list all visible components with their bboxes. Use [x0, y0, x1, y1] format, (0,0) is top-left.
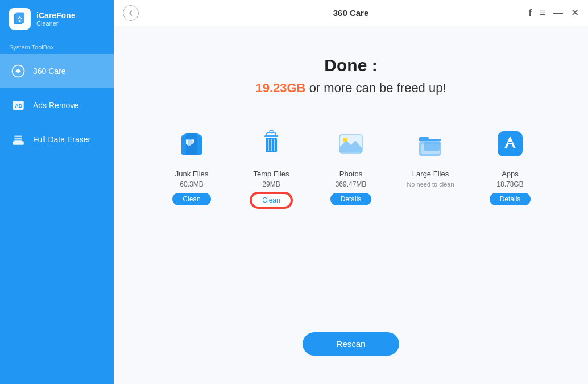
done-section: Done : 19.23GB or more can be freed up!	[114, 26, 588, 107]
svg-rect-7	[15, 136, 22, 142]
sidebar-item-360care[interactable]: 360 Care	[0, 54, 114, 88]
junk-size: 60.3MB	[180, 180, 203, 188]
junk-files-icon	[172, 124, 212, 164]
freed-text: or more can be freed up!	[306, 81, 446, 95]
junk-label: Junk Files	[175, 170, 209, 178]
photos-details-button[interactable]: Details	[330, 193, 372, 205]
photos-icon	[331, 124, 371, 164]
rescan-button[interactable]: Rescan	[303, 332, 400, 356]
temp-files-icon	[251, 124, 291, 164]
cards-area: Junk Files 60.3MB Clean	[114, 107, 588, 219]
title-bar-left	[123, 5, 139, 21]
sidebar-logo: iCareFone Cleaner	[0, 0, 114, 38]
card-largefiles: Large Files No need to clean	[399, 124, 462, 208]
photos-size: 369.47MB	[336, 180, 367, 188]
menu-button[interactable]: ≡	[540, 7, 545, 19]
back-button[interactable]	[123, 5, 139, 21]
done-subtitle: 19.23GB or more can be freed up!	[114, 81, 588, 96]
largefiles-size: No need to clean	[407, 180, 454, 189]
freed-amount: 19.23GB	[255, 81, 305, 95]
largefiles-icon	[411, 124, 450, 164]
card-temp: Temp Files 29MB Clean	[240, 124, 303, 208]
temp-size: 29MB	[262, 180, 280, 188]
card-photos: Photos 369.47MB Details	[320, 124, 382, 208]
logo-text: iCareFone Cleaner	[36, 11, 75, 27]
junk-clean-button[interactable]: Clean	[172, 193, 210, 205]
app-logo-icon	[9, 8, 31, 30]
largefiles-label: Large Files	[412, 170, 449, 179]
sidebar-item-fulleraser-label: Full Data Eraser	[33, 135, 90, 144]
svg-rect-23	[424, 142, 440, 151]
app-name: iCareFone	[36, 11, 75, 20]
title-bar: 360 Care f ≡ — ✕	[114, 0, 588, 26]
card-junk: Junk Files 60.3MB Clean	[160, 124, 223, 208]
app-subtitle: Cleaner	[36, 20, 75, 27]
photos-label: Photos	[339, 170, 362, 178]
sidebar-item-adsremove[interactable]: AD Ads Remove	[0, 88, 114, 122]
minimize-button[interactable]: —	[553, 7, 563, 19]
360care-icon	[9, 62, 27, 80]
apps-label: Apps	[502, 170, 519, 178]
adsremove-icon: AD	[9, 96, 27, 114]
done-title: Done :	[114, 56, 588, 75]
sidebar-section-label: System ToolBox	[0, 38, 114, 54]
fulleraser-icon	[9, 130, 27, 148]
svg-rect-14	[264, 135, 278, 137]
svg-text:AD: AD	[15, 103, 22, 109]
title-bar-title: 360 Care	[333, 8, 369, 18]
card-apps: Apps 18.78GB Details	[479, 124, 541, 208]
title-bar-right: f ≡ — ✕	[528, 7, 579, 19]
temp-clean-button[interactable]: Clean	[251, 193, 291, 208]
apps-icon	[490, 124, 530, 164]
sidebar-item-fulleraser[interactable]: Full Data Eraser	[0, 122, 114, 156]
sidebar-item-360care-label: 360 Care	[33, 67, 66, 76]
svg-point-2	[19, 20, 21, 22]
sidebar: iCareFone Cleaner System ToolBox 360 Car…	[0, 0, 114, 384]
facebook-button[interactable]: f	[528, 7, 532, 19]
sidebar-item-adsremove-label: Ads Remove	[33, 101, 78, 110]
close-button[interactable]: ✕	[571, 7, 579, 19]
temp-label: Temp Files	[254, 170, 289, 178]
apps-size: 18.78GB	[496, 180, 523, 188]
apps-details-button[interactable]: Details	[490, 193, 531, 205]
rescan-section: Rescan	[114, 332, 588, 384]
main-content: 360 Care f ≡ — ✕ Done : 19.23GB or more …	[114, 0, 588, 384]
